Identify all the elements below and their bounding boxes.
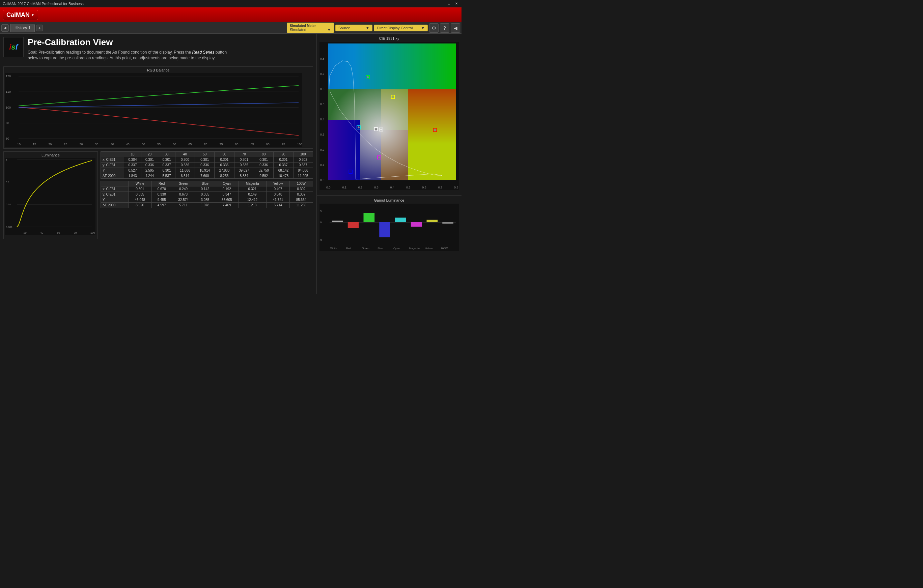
table-cell: 0.548 — [266, 192, 290, 197]
tables-section: 102030405060708090100x: CIE310.3040.3010… — [100, 151, 313, 239]
page-title: Pre-Calibration View — [28, 37, 313, 47]
table-header: Magenta — [238, 181, 266, 186]
table-cell: 0.337 — [274, 162, 293, 167]
table-header: Cyan — [215, 181, 238, 186]
table-header: 100W — [289, 181, 313, 186]
table-cell: 1.843 — [124, 173, 141, 179]
table-cell: 0.304 — [124, 157, 141, 162]
table-cell: 1.078 — [195, 202, 215, 208]
source-arrow: ▼ — [366, 26, 370, 30]
source-dropdown[interactable]: Source ▼ — [335, 25, 373, 31]
ddc-label: Direct Display Control — [377, 26, 412, 30]
meter-dropdown[interactable]: Simulated Meter Simulated ▼ — [287, 23, 334, 33]
table-cell: 2.595 — [141, 167, 158, 173]
table-header: 100 — [293, 151, 313, 157]
settings-button[interactable]: ⚙ — [429, 23, 439, 33]
nav-arrow-button[interactable]: ◀ — [451, 23, 460, 33]
app-title: CalMAN 2017 CalMAN Professional for Busi… — [3, 2, 84, 6]
table-cell: 0.678 — [172, 192, 195, 197]
table-cell: 0.330 — [151, 192, 172, 197]
table-cell: 0.142 — [195, 186, 215, 192]
table-row: Y46.0489.45532.5743.08535.60512.41241.72… — [101, 197, 313, 202]
table-header: White — [128, 181, 151, 186]
table-cell: 7.660 — [195, 173, 215, 179]
table-row: x: CIE310.3040.3010.3010.3000.3010.3010.… — [101, 157, 313, 162]
table-header — [101, 181, 128, 186]
luminance-chart: Luminance — [3, 151, 98, 239]
table-cell: 41.721 — [266, 197, 290, 202]
calman-dropdown-arrow: ▼ — [31, 13, 34, 17]
table-cell: 8.256 — [215, 173, 234, 179]
table-cell: 8.920 — [128, 202, 151, 208]
table-cell: 52.759 — [254, 167, 274, 173]
right-panel: CIE 1931 xy Gamut Luminance — [317, 34, 462, 294]
history-tab[interactable]: History 1 — [10, 24, 35, 32]
table-header: 90 — [274, 151, 293, 157]
calman-brand: CalMAN — [7, 11, 30, 18]
table-cell: 84.806 — [293, 167, 313, 173]
row-label: x: CIE31 — [101, 186, 128, 192]
table-cell: 85.664 — [289, 197, 313, 202]
cie-title: CIE 1931 xy — [319, 36, 459, 41]
table-cell: 12.412 — [238, 197, 266, 202]
ddc-arrow: ▼ — [421, 26, 425, 30]
table-cell: 3.085 — [195, 197, 215, 202]
table-header: 40 — [175, 151, 195, 157]
table-cell: 9.455 — [151, 197, 172, 202]
table-cell: 0.337 — [293, 162, 313, 167]
table-header: Green — [172, 181, 195, 186]
table-cell: 0.336 — [141, 162, 158, 167]
table-cell: 11.269 — [289, 202, 313, 208]
tab-back-button[interactable]: ◀ — [2, 24, 9, 32]
help-button[interactable]: ? — [440, 23, 449, 33]
table-cell: 1.213 — [238, 202, 266, 208]
table-cell: 0.301 — [158, 157, 176, 162]
page-description: Goal: Pre-calibration readings to docume… — [28, 49, 264, 61]
gamut-container: Gamut Luminance — [317, 195, 462, 294]
table-cell: 0.301 — [215, 157, 234, 162]
table-cell: 0.670 — [151, 186, 172, 192]
table-cell: 0.300 — [175, 157, 195, 162]
table-cell: 0.301 — [274, 157, 293, 162]
table-cell: 0.337 — [158, 162, 176, 167]
table-cell: 0.249 — [172, 186, 195, 192]
table-header: 20 — [141, 151, 158, 157]
table-cell: 39.627 — [234, 167, 254, 173]
left-panel: isf Pre-Calibration View Goal: Pre-calib… — [0, 34, 317, 294]
meter-value: Simulated ▼ — [290, 28, 331, 32]
table-cell: 0.301 — [128, 186, 151, 192]
luminance-title: Luminance — [5, 153, 96, 157]
table-cell: 5.711 — [172, 202, 195, 208]
table-row: Y0.5272.5956.30111.66618.91427.88039.627… — [101, 167, 313, 173]
table-header: 10 — [124, 151, 141, 157]
table-row: y: CIE310.3350.3300.6780.0550.3470.1490.… — [101, 192, 313, 197]
table-header: 50 — [195, 151, 215, 157]
table-cell: 0.321 — [238, 186, 266, 192]
table-cell: 11.205 — [293, 173, 313, 179]
row-label: ΔE 2000 — [101, 202, 128, 208]
calman-logo[interactable]: CalMAN ▼ — [3, 10, 38, 20]
table-row: ΔE 20001.8434.2445.5376.5147.6608.2568.8… — [101, 173, 313, 179]
table-header — [101, 151, 124, 157]
row-label: Y — [101, 167, 124, 173]
minimize-btn[interactable]: — — [439, 2, 444, 6]
table-cell: 5.537 — [158, 173, 176, 179]
table-cell: 0.335 — [128, 192, 151, 197]
table-cell: 35.605 — [215, 197, 238, 202]
table-cell: 0.347 — [215, 192, 238, 197]
rgb-balance-title: RGB Balance — [5, 68, 311, 72]
table-header: Yellow — [266, 181, 290, 186]
isf-logo: isf — [3, 37, 24, 57]
gamut-title: Gamut Luminance — [319, 198, 459, 202]
add-tab-button[interactable]: + — [36, 25, 43, 31]
table-cell: 0.337 — [124, 162, 141, 167]
table-row: y: CIE310.3370.3360.3370.3360.3360.3360.… — [101, 162, 313, 167]
ddc-dropdown[interactable]: Direct Display Control ▼ — [374, 25, 428, 31]
close-btn[interactable]: ✕ — [454, 2, 459, 6]
maximize-btn[interactable]: □ — [447, 2, 452, 6]
table-cell: 6.514 — [175, 173, 195, 179]
tab-label: History 1 — [15, 26, 30, 30]
table-cell: 0.192 — [215, 186, 238, 192]
table-cell: 0.301 — [195, 157, 215, 162]
table-header: 60 — [215, 151, 234, 157]
